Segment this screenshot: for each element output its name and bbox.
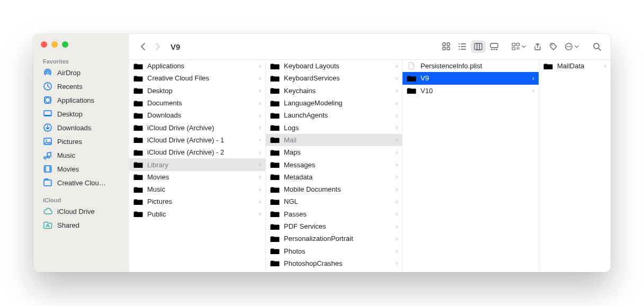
folder-icon xyxy=(270,100,280,107)
sidebar-item-pictures[interactable]: Pictures xyxy=(33,134,129,148)
file-row[interactable]: PersistenceInfo.plist xyxy=(402,60,539,72)
view-icons-button[interactable] xyxy=(439,40,454,53)
folder-row[interactable]: iCloud Drive (Archive) - 2› xyxy=(129,146,265,158)
item-name: LaunchAgents xyxy=(284,111,391,119)
chevron-right-icon: › xyxy=(259,136,261,143)
folder-row[interactable]: iCloud Drive (Archive)› xyxy=(129,121,265,133)
folder-row[interactable]: Keychains› xyxy=(266,85,402,97)
recents-icon xyxy=(43,82,52,91)
folder-row[interactable]: Maps› xyxy=(266,146,402,158)
folder-row[interactable]: Metadata› xyxy=(266,171,402,183)
folder-row[interactable]: Documents› xyxy=(129,97,265,109)
folder-icon xyxy=(133,124,143,131)
folder-icon xyxy=(133,87,143,94)
window-title: V9 xyxy=(171,42,180,51)
folder-row[interactable]: Applications› xyxy=(129,60,265,72)
tags-button[interactable] xyxy=(546,40,561,53)
folder-row[interactable]: Desktop› xyxy=(129,85,265,97)
folder-row[interactable]: Mail› xyxy=(266,134,402,146)
sidebar-item-icloud[interactable]: iCloud Drive xyxy=(33,204,129,218)
sidebar: Favorites AirDropRecentsApplicationsDesk… xyxy=(33,34,129,272)
chevron-right-icon: › xyxy=(604,62,606,70)
folder-icon xyxy=(270,186,280,193)
folder-icon xyxy=(270,87,280,94)
forward-button[interactable] xyxy=(150,40,165,53)
folder-row[interactable]: PDF Services› xyxy=(266,220,402,232)
folder-row[interactable]: Keyboard Layouts› xyxy=(266,60,402,72)
file-icon xyxy=(407,62,416,70)
folder-icon xyxy=(270,161,280,168)
view-columns-button[interactable] xyxy=(471,40,486,53)
sidebar-item-label: AirDrop xyxy=(57,69,80,77)
sidebar-item-label: Pictures xyxy=(57,138,82,146)
back-button[interactable] xyxy=(136,40,150,53)
chevron-right-icon: › xyxy=(396,259,398,267)
main-pane: V9 xyxy=(129,34,611,272)
folder-row[interactable]: MailData› xyxy=(539,60,611,72)
chevron-right-icon: › xyxy=(259,149,261,156)
more-actions-button[interactable] xyxy=(562,40,582,53)
sidebar-item-movies[interactable]: Movies xyxy=(33,162,129,176)
minimize-window-button[interactable] xyxy=(51,41,58,48)
sidebar-item-creative[interactable]: Creative Clou… xyxy=(33,176,129,190)
folder-icon xyxy=(270,75,280,82)
folder-row[interactable]: Passes› xyxy=(266,208,402,220)
chevron-right-icon: › xyxy=(259,87,261,94)
folder-row[interactable]: Movies› xyxy=(129,171,265,183)
folder-row[interactable]: PhotoshopCrashes› xyxy=(266,257,402,269)
folder-row[interactable]: V10› xyxy=(402,85,539,97)
folder-row[interactable]: iCloud Drive (Archive) - 1› xyxy=(129,134,265,146)
chevron-right-icon: › xyxy=(396,124,398,131)
folder-row[interactable]: Mobile Documents› xyxy=(266,183,402,195)
view-list-button[interactable] xyxy=(455,40,470,53)
item-name: V9 xyxy=(421,74,528,82)
column-3: PersistenceInfo.plistV9›V10› xyxy=(402,60,539,272)
sidebar-item-label: Movies xyxy=(57,165,79,173)
folder-row[interactable]: LanguageModeling› xyxy=(266,97,402,109)
sidebar-item-desktop[interactable]: Desktop xyxy=(33,107,129,121)
folder-row[interactable]: Pictures› xyxy=(129,195,265,208)
folder-row[interactable]: Photos› xyxy=(266,245,402,257)
folder-row[interactable]: V9› xyxy=(402,72,539,84)
folder-icon xyxy=(270,235,280,242)
folder-icon xyxy=(133,198,143,205)
sidebar-item-music[interactable]: Music xyxy=(33,148,129,162)
share-button[interactable] xyxy=(530,40,545,53)
column-1: Applications›Creative Cloud Files›Deskto… xyxy=(129,60,266,272)
folder-row[interactable]: PersonalizationPortrait› xyxy=(266,232,402,245)
folder-row[interactable]: Downloads› xyxy=(129,109,265,121)
sidebar-item-downloads[interactable]: Downloads xyxy=(33,121,129,134)
sidebar-item-applications[interactable]: Applications xyxy=(33,93,129,107)
zoom-window-button[interactable] xyxy=(62,41,68,48)
sidebar-item-label: Recents xyxy=(57,83,83,91)
close-window-button[interactable] xyxy=(41,41,47,48)
folder-row[interactable]: Creative Cloud Files› xyxy=(129,72,265,84)
sidebar-icloud-header: iCloud xyxy=(33,193,129,204)
sidebar-item-label: Downloads xyxy=(57,124,91,132)
view-gallery-button[interactable] xyxy=(487,40,502,53)
folder-icon xyxy=(133,161,143,168)
folder-icon xyxy=(270,247,280,255)
item-name: Messages xyxy=(284,161,391,169)
chevron-right-icon: › xyxy=(259,62,261,70)
folder-row[interactable]: NGL› xyxy=(266,195,402,208)
chevron-right-icon: › xyxy=(259,124,261,131)
folder-row[interactable]: Messages› xyxy=(266,158,402,170)
folder-row[interactable]: LaunchAgents› xyxy=(266,109,402,121)
search-button[interactable] xyxy=(589,40,604,53)
shared-icon xyxy=(43,221,52,229)
group-by-button[interactable] xyxy=(509,40,529,53)
folder-row[interactable]: Music› xyxy=(129,183,265,195)
folder-icon xyxy=(270,173,280,181)
finder-window: Favorites AirDropRecentsApplicationsDesk… xyxy=(33,34,611,272)
folder-row[interactable]: KeyboardServices› xyxy=(266,72,402,84)
folder-row[interactable]: Logs› xyxy=(266,121,402,133)
sidebar-item-shared[interactable]: Shared xyxy=(33,218,129,232)
folder-row[interactable]: Library› xyxy=(129,158,265,170)
chevron-right-icon: › xyxy=(532,87,534,94)
folder-icon xyxy=(133,210,143,218)
folder-row[interactable]: Public› xyxy=(129,208,265,220)
sidebar-item-recents[interactable]: Recents xyxy=(33,79,129,93)
sidebar-item-airdrop[interactable]: AirDrop xyxy=(33,66,129,79)
music-icon xyxy=(43,151,52,159)
